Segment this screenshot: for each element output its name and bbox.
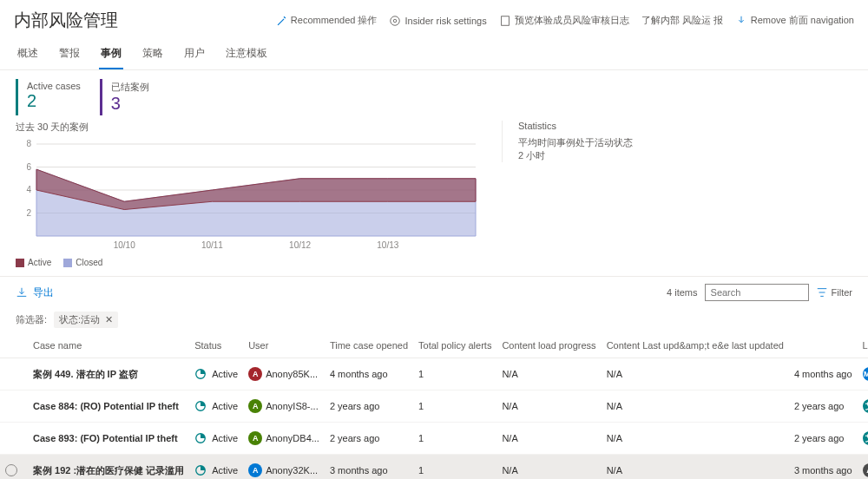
stat-closed-cases[interactable]: 已结案例 3 [100, 79, 158, 115]
content-text: N/A [602, 358, 789, 390]
user-name: Anony85K... [266, 369, 318, 379]
updater-avatar-icon: 艾 [863, 399, 868, 413]
close-icon[interactable]: ✕ [105, 314, 113, 325]
export-button[interactable]: 导出 [16, 285, 54, 300]
opened-text: 2 years ago [325, 423, 413, 455]
export-label: 导出 [33, 285, 54, 300]
audit-log-link[interactable]: 预览体验成员风险审核日志 [499, 14, 629, 27]
legend-item: Closed [63, 258, 102, 267]
user-name: AnonyDB4... [266, 433, 319, 443]
progress-text: N/A [496, 358, 601, 390]
tab-5[interactable]: 注意模板 [224, 39, 269, 69]
tab-0[interactable]: 概述 [16, 39, 40, 69]
gear-icon [389, 15, 401, 27]
user-avatar-icon: A [248, 367, 262, 381]
tab-3[interactable]: 策略 [141, 39, 165, 69]
content-text: N/A [602, 455, 789, 479]
svg-text:4: 4 [26, 185, 31, 194]
tabs: 概述警报事例策略用户注意模板 [0, 39, 868, 70]
cases-chart: 246810/1010/1110/1210/13 [16, 139, 484, 252]
col-status[interactable]: Status [189, 333, 243, 358]
col-last-upd[interactable]: Content Last upd&amp;t e&e last updated [602, 333, 789, 358]
case-name[interactable]: Case 884: (RO) Potential IP theft [28, 390, 189, 423]
opened-text: 4 months ago [325, 358, 413, 390]
alerts-text: 1 [413, 455, 496, 479]
last-upd-text: 2 years ago [789, 390, 858, 423]
remove-nav-link[interactable]: Remove 前面 navigation [735, 14, 854, 27]
tab-1[interactable]: 警报 [57, 39, 82, 69]
progress-text: N/A [496, 423, 601, 455]
user-avatar-icon: A [248, 463, 262, 477]
svg-point-1 [391, 16, 400, 25]
statistics-line1: 平均时间事例处于活动状态 [518, 136, 852, 149]
items-count: 4 items [667, 287, 697, 298]
content-text: N/A [602, 390, 789, 423]
status-text: Active [212, 401, 238, 411]
status-text: Active [212, 433, 238, 443]
svg-text:10/11: 10/11 [201, 240, 223, 250]
col-alerts[interactable]: Total policy alerts [413, 333, 496, 358]
stat-active-label: Active cases [27, 81, 81, 91]
tab-4[interactable]: 用户 [182, 39, 207, 69]
search-input[interactable] [705, 284, 809, 301]
settings-label: Insider risk settings [404, 16, 486, 26]
filter-button[interactable]: Filter [816, 286, 852, 299]
table-row[interactable]: Case 884: (RO) Potential IP theftActiveA… [0, 390, 868, 423]
svg-text:10/12: 10/12 [289, 240, 311, 250]
table-row[interactable]: 案例 449. 潜在的 IP 盗窃ActiveAAnony85K...4 mon… [0, 358, 868, 390]
chart-title: 过去 30 天的案例 [16, 121, 484, 134]
last-upd-text: 4 months ago [789, 358, 858, 390]
filters-label: 筛选器: [16, 313, 47, 326]
cases-table: Case name Status User Time case opened T… [0, 333, 868, 479]
filter-label: Filter [832, 287, 852, 298]
remove-label: Remove 前面 navigation [751, 14, 854, 27]
col-upd-by[interactable]: Last updated by [858, 333, 868, 358]
progress-text: N/A [496, 455, 601, 479]
user-name: AnonyIS8-... [266, 401, 319, 411]
svg-text:6: 6 [26, 162, 31, 172]
status-text: Active [212, 369, 238, 379]
progress-text: N/A [496, 390, 601, 423]
stat-active-cases[interactable]: Active cases 2 [16, 79, 89, 115]
alerts-text: 1 [413, 390, 496, 423]
statistics-heading: Statistics [518, 121, 852, 131]
stat-closed-value: 3 [111, 94, 149, 114]
col-progress[interactable]: Content load progress [496, 333, 601, 358]
table-row[interactable]: 案例 192 :潜在的医疗保健 记录滥用ActiveAAnony32K...3 … [0, 455, 868, 479]
tab-2[interactable]: 事例 [99, 39, 123, 69]
status-active-icon [194, 464, 207, 476]
svg-text:10/13: 10/13 [377, 240, 398, 250]
recommended-actions-link[interactable]: Recommended 操作 [275, 14, 378, 27]
user-avatar-icon: A [248, 431, 262, 445]
svg-point-0 [394, 19, 398, 23]
updater-avatar-icon: MT [863, 367, 868, 381]
learn-link[interactable]: 了解内部 风险运 报 [641, 14, 723, 27]
audit-label: 预览体验成员风险审核日志 [515, 14, 629, 27]
learn-label: 了解内部 风险运 报 [641, 14, 723, 27]
case-name[interactable]: 案例 192 :潜在的医疗保健 记录滥用 [28, 455, 189, 479]
pin-icon [735, 15, 747, 27]
table-row[interactable]: Case 893: (FO) Potential IP theftActiveA… [0, 423, 868, 455]
insider-risk-settings-link[interactable]: Insider risk settings [389, 15, 486, 27]
last-upd-text: 3 months ago [789, 455, 858, 479]
status-active-icon [194, 368, 207, 380]
col-user[interactable]: User [243, 333, 325, 358]
page-title: 内部风险管理 [14, 9, 118, 32]
recommended-label: Recommended 操作 [291, 14, 378, 27]
opened-text: 2 years ago [325, 390, 413, 423]
statistics-line2: 2 小时 [518, 149, 852, 162]
col-case-name[interactable]: Case name [28, 333, 189, 358]
status-active-icon [194, 400, 207, 412]
document-icon [499, 15, 511, 27]
content-text: N/A [602, 423, 789, 455]
case-name[interactable]: 案例 449. 潜在的 IP 盗窃 [28, 358, 189, 390]
col-opened[interactable]: Time case opened [325, 333, 413, 358]
stat-active-value: 2 [27, 91, 81, 111]
filter-chip-status[interactable]: 状态:活动 ✕ [54, 312, 118, 328]
last-upd-text: 2 years ago [789, 423, 858, 455]
status-text: Active [212, 465, 238, 476]
svg-text:2: 2 [26, 208, 31, 218]
case-name[interactable]: Case 893: (FO) Potential IP theft [28, 423, 189, 455]
updater-avatar-icon: 艾 [863, 431, 868, 445]
svg-rect-2 [501, 16, 509, 25]
